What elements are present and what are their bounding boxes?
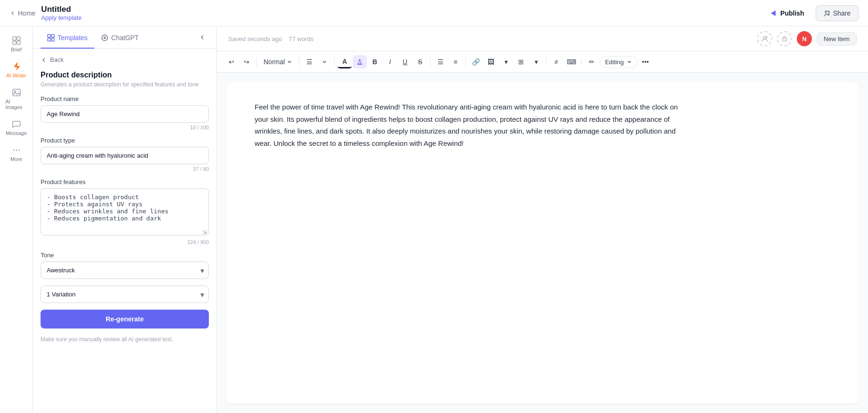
- editing-label: Editing: [605, 59, 624, 66]
- lightning-icon: [12, 62, 21, 71]
- svg-rect-11: [48, 38, 50, 41]
- redo-button[interactable]: ↪: [240, 55, 254, 68]
- toolbar-divider-4: [430, 57, 430, 67]
- topbar-left: Home Untitled Apply template: [9, 5, 82, 21]
- table-button[interactable]: ⊞: [514, 55, 528, 68]
- link-button[interactable]: 🔗: [469, 55, 483, 68]
- svg-rect-9: [48, 34, 50, 37]
- publish-button[interactable]: Publish: [763, 6, 811, 21]
- style-select-button[interactable]: Normal: [260, 56, 296, 67]
- align-options-button[interactable]: [317, 55, 331, 68]
- tone-select-wrapper: Awestruck Professional Casual Formal ▾: [41, 261, 209, 279]
- page-title: Untitled: [41, 5, 82, 14]
- strikethrough2-button[interactable]: ≠: [549, 55, 563, 68]
- sidebar-item-ai-images[interactable]: AI Images: [3, 84, 30, 114]
- product-name-label: Product name: [41, 95, 209, 102]
- share-button[interactable]: Share: [816, 5, 859, 21]
- editor-toolbar: ↩ ↪ Normal ☰ A B I U S ☰ ≡: [217, 51, 868, 73]
- bullet-list-button[interactable]: ☰: [433, 55, 447, 68]
- font-color-button[interactable]: A: [338, 55, 352, 68]
- new-item-button[interactable]: New Item: [817, 32, 857, 46]
- sidebar-label-ai-images: AI Images: [6, 99, 27, 110]
- edit-icon-button[interactable]: ✏: [585, 55, 599, 68]
- product-type-input[interactable]: [41, 147, 209, 164]
- editor-meta-left: Saved seconds ago 77 words: [228, 35, 314, 42]
- style-chevron-icon: [287, 59, 292, 65]
- lock-icon: [781, 35, 788, 42]
- highlight-button[interactable]: [353, 55, 367, 68]
- toolbar-divider-2: [299, 57, 299, 67]
- sidebar-label-ai-writer: AI Writer: [6, 73, 26, 78]
- bold-button[interactable]: B: [368, 55, 382, 68]
- tone-select[interactable]: Awestruck Professional Casual Formal: [41, 261, 209, 279]
- align-chevron-icon: [322, 59, 327, 65]
- templates-icon: [47, 34, 55, 42]
- image-button[interactable]: 🖼: [484, 55, 498, 68]
- style-label: Normal: [264, 58, 285, 66]
- highlight-icon: [356, 58, 364, 66]
- panel-content: Back Product description Generates a pro…: [33, 49, 216, 413]
- sidebar-item-more[interactable]: More: [3, 142, 30, 166]
- svg-rect-3: [17, 41, 20, 44]
- format-button[interactable]: ⌨: [564, 55, 579, 68]
- tone-label: Tone: [41, 252, 209, 259]
- editor-content-area[interactable]: Feel the power of time travel with Age R…: [226, 82, 859, 404]
- undo-button[interactable]: ↩: [224, 55, 239, 68]
- back-label: Back: [50, 56, 64, 63]
- toolbar-divider-6: [546, 57, 546, 67]
- resize-handle-icon: ⇲: [202, 229, 207, 236]
- tab-templates-label: Templates: [58, 34, 88, 42]
- toolbar-divider-3: [334, 57, 335, 67]
- image-icon: [12, 88, 21, 97]
- sidebar-label-brief: Brief: [11, 47, 22, 52]
- apply-template-link[interactable]: Apply template: [41, 14, 82, 21]
- sidebar-label-message: Message: [6, 130, 27, 136]
- publish-icon: [770, 9, 777, 17]
- svg-point-6: [13, 150, 14, 151]
- svg-rect-4: [13, 89, 20, 96]
- topbar: Home Untitled Apply template Publish Sha…: [0, 0, 868, 26]
- more-options-button[interactable]: •••: [638, 55, 653, 68]
- toolbar-divider-7: [581, 57, 582, 67]
- underline-button[interactable]: U: [398, 55, 412, 68]
- avatar-placeholder: [757, 31, 772, 46]
- word-count: 77 words: [289, 35, 314, 42]
- editor-area: Saved seconds ago 77 words N New Item ↩ …: [217, 26, 868, 413]
- italic-button[interactable]: I: [383, 55, 397, 68]
- regenerate-button[interactable]: Re-generate: [41, 310, 209, 329]
- section-title: Product description: [41, 71, 209, 79]
- product-features-input[interactable]: - Boosts collagen product - Protects aga…: [41, 188, 209, 236]
- sidebar-item-message[interactable]: Message: [3, 116, 30, 140]
- strikethrough-button[interactable]: S: [413, 55, 427, 68]
- variation-select[interactable]: 1 Variation 2 Variations 3 Variations: [41, 286, 209, 303]
- main-layout: Brief AI Writer AI Images Message More T…: [0, 26, 868, 413]
- new-item-label: New Item: [824, 35, 850, 42]
- features-wrapper: - Boosts collagen product - Protects aga…: [41, 188, 209, 237]
- table-options-button[interactable]: ▾: [529, 55, 543, 68]
- more-dots-icon: [12, 145, 21, 155]
- sidebar-item-brief[interactable]: Brief: [3, 32, 30, 56]
- editing-badge[interactable]: Editing: [600, 56, 637, 68]
- topbar-title-section: Untitled Apply template: [41, 5, 82, 21]
- align-button[interactable]: ☰: [302, 55, 316, 68]
- numbered-list-button[interactable]: ≡: [448, 55, 463, 68]
- panel-sidebar: Templates ChatGPT Back Product descripti…: [33, 26, 217, 413]
- svg-rect-1: [17, 37, 20, 40]
- product-name-char-count: 10 / 100: [41, 125, 209, 130]
- home-link[interactable]: Home: [9, 9, 35, 17]
- product-name-input[interactable]: [41, 105, 209, 123]
- variation-select-wrapper: 1 Variation 2 Variations 3 Variations ▾: [41, 286, 209, 303]
- collapse-panel-button[interactable]: [196, 31, 209, 44]
- section-desc: Generates a product description for spec…: [41, 81, 209, 88]
- panel-tabs: Templates ChatGPT: [33, 26, 216, 49]
- image-options-button[interactable]: ▾: [499, 55, 513, 68]
- tab-templates[interactable]: Templates: [41, 26, 94, 49]
- tab-chatgpt[interactable]: ChatGPT: [94, 26, 145, 49]
- grid-icon: [12, 36, 21, 45]
- svg-rect-12: [51, 38, 54, 41]
- sidebar-item-ai-writer[interactable]: AI Writer: [3, 58, 30, 82]
- back-button[interactable]: Back: [41, 56, 64, 63]
- svg-point-14: [763, 36, 766, 39]
- svg-rect-10: [51, 34, 54, 37]
- toolbar-divider-1: [256, 57, 257, 67]
